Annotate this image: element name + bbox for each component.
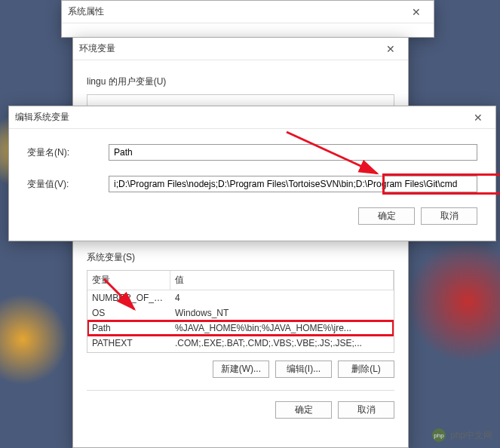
cell-var: PATHEXT (87, 336, 170, 350)
system-variables-table[interactable]: 变量 值 NUMBER_OF_PR... 4 OS Windows_NT Pat… (87, 270, 394, 353)
table-row[interactable]: OS Windows_NT (87, 305, 394, 321)
table-header: 变量 值 (87, 271, 394, 290)
user-variables-label: lingu 的用户变量(U) (87, 75, 394, 88)
cell-var: OS (87, 306, 170, 320)
cell-var: Path (87, 321, 170, 335)
delete-button[interactable]: 删除(L) (338, 361, 394, 378)
variable-value-label: 变量值(V): (27, 178, 109, 191)
title-bar[interactable]: 编辑系统变量 ✕ (9, 106, 495, 129)
new-button[interactable]: 新建(W)... (213, 361, 269, 378)
ok-button[interactable]: 确定 (358, 207, 415, 225)
title-bar[interactable]: 系统属性 ✕ (62, 1, 434, 23)
dialog-title: 系统属性 (68, 5, 104, 18)
edit-system-variable-dialog: 编辑系统变量 ✕ 变量名(N): 变量值(V): 确定 取消 (8, 106, 496, 241)
dialog-title: 环境变量 (79, 42, 115, 55)
close-icon[interactable]: ✕ (405, 3, 428, 21)
watermark-text: php中文网 (450, 429, 492, 442)
cell-var: PROCESSOR_AR... (87, 351, 170, 353)
cell-val: 4 (170, 291, 394, 305)
system-variables-label: 系统变量(S) (87, 251, 394, 264)
column-header-variable[interactable]: 变量 (87, 271, 170, 290)
environment-variables-dialog: 环境变量 ✕ lingu 的用户变量(U) 系统变量(S) 变量 值 NUMBE… (72, 37, 409, 448)
edit-button[interactable]: 编辑(I)... (275, 361, 332, 378)
close-icon[interactable]: ✕ (379, 40, 402, 58)
close-icon[interactable]: ✕ (467, 109, 489, 127)
cell-val: .COM;.EXE;.BAT;.CMD;.VBS;.VBE;.JS;.JSE;.… (170, 336, 394, 350)
column-header-value[interactable]: 值 (170, 271, 394, 290)
cell-val: Windows_NT (170, 306, 394, 320)
variable-name-input[interactable] (109, 144, 477, 161)
cell-val: AMD64 (170, 351, 394, 353)
variable-name-label: 变量名(N): (27, 146, 109, 159)
table-row-path[interactable]: Path %JAVA_HOME%\bin;%JAVA_HOME%\jre... (87, 321, 394, 336)
cancel-button[interactable]: 取消 (338, 401, 394, 419)
system-properties-dialog: 系统属性 ✕ (61, 0, 434, 38)
title-bar[interactable]: 环境变量 ✕ (73, 38, 408, 60)
ok-button[interactable]: 确定 (275, 401, 332, 419)
dialog-title: 编辑系统变量 (15, 111, 69, 124)
table-row[interactable]: NUMBER_OF_PR... 4 (87, 290, 394, 305)
variable-value-input[interactable] (109, 176, 477, 192)
watermark-logo-icon: php (432, 428, 446, 442)
table-row[interactable]: PROCESSOR_AR... AMD64 (87, 351, 394, 353)
table-row[interactable]: PATHEXT .COM;.EXE;.BAT;.CMD;.VBS;.VBE;.J… (87, 336, 394, 351)
cancel-button[interactable]: 取消 (421, 207, 477, 225)
watermark: php php中文网 (432, 428, 492, 442)
cell-val: %JAVA_HOME%\bin;%JAVA_HOME%\jre... (170, 321, 394, 335)
cell-var: NUMBER_OF_PR... (87, 291, 170, 305)
